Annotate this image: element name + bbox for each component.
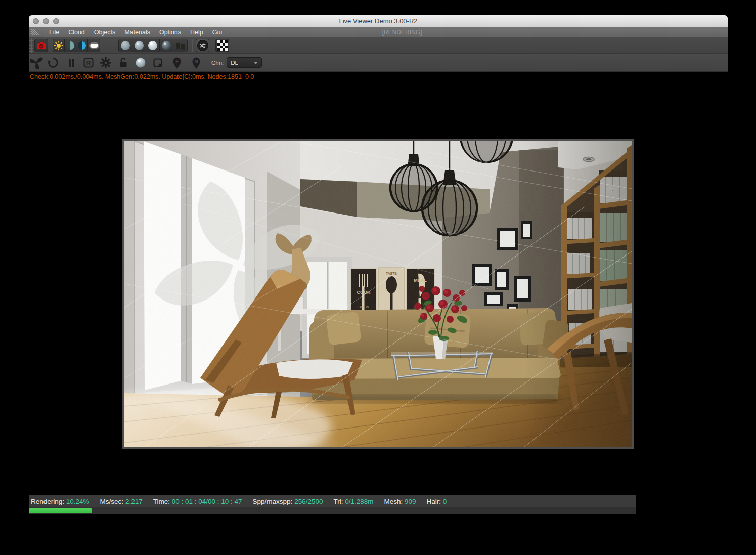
stat-spp: Spp/maxspp: 256/2500: [253, 498, 323, 505]
restart-button[interactable]: R: [82, 56, 95, 69]
material-group: [118, 39, 188, 52]
rendering-status: [RENDERING]: [382, 27, 422, 37]
restart-icon: R: [82, 57, 95, 69]
lock-icon: [117, 57, 129, 69]
material-specular-sphere-icon: [161, 40, 172, 51]
textures-button[interactable]: [173, 39, 187, 52]
region-render-button[interactable]: [151, 56, 164, 69]
render-statusbar: Rendering: 10.24% Ms/sec: 2.217 Time: 00…: [29, 495, 636, 507]
pause-button[interactable]: [65, 56, 78, 69]
checkerboard-icon: [217, 40, 228, 51]
material-matte-sphere-icon: [120, 40, 131, 51]
svg-text:R: R: [86, 59, 91, 66]
menu-help[interactable]: Help: [186, 29, 208, 36]
stat-time: Time: 00 : 01 : 04/00 : 10 : 47: [153, 498, 242, 505]
material-diffuse-button[interactable]: [132, 39, 146, 52]
exposure-pill-icon: [88, 40, 100, 51]
refresh-icon: [47, 57, 59, 69]
gear-icon: [99, 56, 112, 69]
sun-button[interactable]: [53, 39, 65, 52]
menu-objects[interactable]: Objects: [90, 29, 120, 36]
perf-stats: Check:0.002ms./0.004ms. MeshGen:0.022ms.…: [30, 73, 254, 80]
drag-handle-icon[interactable]: [31, 29, 39, 35]
material-picker-button[interactable]: M: [190, 56, 203, 69]
menu-options[interactable]: Options: [155, 29, 186, 36]
screen: Live Viewer Demo 3.00-R2 File Cloud Obje…: [0, 0, 756, 555]
region-icon: [152, 57, 164, 69]
material-matte-button[interactable]: [119, 39, 132, 52]
sphere-icon: [135, 57, 147, 69]
settings-button[interactable]: [99, 56, 112, 69]
octane-fan-icon: [30, 56, 43, 69]
contrast-blue-icon: [76, 40, 87, 51]
channel-value: DL: [231, 60, 238, 66]
exposure-button[interactable]: [88, 39, 100, 52]
pause-icon: [66, 57, 77, 69]
channel-label: Chn:: [211, 60, 224, 66]
chevron-down-icon: [254, 62, 258, 64]
textures-icon: [174, 40, 187, 51]
progress-fill: [29, 508, 92, 513]
material-specular-button[interactable]: [160, 39, 173, 52]
menubar: File Cloud Objects Materials Options Hel…: [29, 27, 728, 37]
titlebar[interactable]: Live Viewer Demo 3.00-R2: [29, 15, 728, 27]
menu-cloud[interactable]: Cloud: [64, 29, 90, 36]
window-title: Live Viewer Demo 3.00-R2: [29, 15, 728, 27]
toolbar-separator: [208, 55, 208, 70]
stat-mesh: Mesh: 909: [384, 498, 416, 505]
toolbar-row2: R: [29, 54, 728, 72]
stat-ms-sec: Ms/sec: 2.217: [100, 498, 143, 505]
material-preview-button[interactable]: [134, 56, 147, 69]
snapshot-button[interactable]: [34, 39, 48, 52]
render-grain: [124, 141, 632, 447]
menu-file[interactable]: File: [45, 29, 64, 36]
live-viewer-window: Live Viewer Demo 3.00-R2 File Cloud Obje…: [29, 15, 728, 72]
material-glossy-sphere-icon: [147, 40, 158, 51]
material-glossy-button[interactable]: [146, 39, 160, 52]
menu-gui[interactable]: Gui: [208, 29, 227, 36]
stat-hair: Hair: 0: [427, 498, 447, 505]
rendered-scene: COOK BREW TASTE PINCH MEAL SNACK: [124, 141, 632, 447]
display-group: [53, 39, 100, 52]
toolbar-row1: [29, 37, 728, 54]
camera-icon: [35, 39, 48, 52]
focus-picker-button[interactable]: F: [170, 56, 184, 69]
sun-icon: [53, 40, 64, 51]
octane-reset-button[interactable]: [30, 56, 43, 69]
pin-m-icon: M: [191, 56, 202, 69]
contrast-blue-button[interactable]: [76, 39, 88, 52]
material-diffuse-sphere-icon: [134, 40, 145, 51]
toolbar-separator: [192, 39, 193, 52]
checkerboard-button[interactable]: [215, 39, 229, 52]
toolbar-grip[interactable]: [29, 38, 33, 53]
render-viewport[interactable]: COOK BREW TASTE PINCH MEAL SNACK: [122, 139, 634, 449]
contrast-teal-button[interactable]: [65, 39, 76, 52]
channel-dropdown[interactable]: DL: [227, 57, 262, 68]
menu-materials[interactable]: Materials: [120, 29, 155, 36]
svg-text:M: M: [194, 59, 198, 64]
progress-track: [29, 507, 636, 514]
stat-tri: Tri: 0/1.288m: [333, 498, 373, 505]
refresh-button[interactable]: [47, 56, 60, 69]
stat-rendering: Rendering: 10.24%: [31, 498, 90, 505]
svg-text:F: F: [175, 59, 179, 64]
pin-f-icon: F: [171, 56, 183, 69]
contrast-teal-icon: [65, 40, 76, 51]
shuffle-icon: [197, 39, 209, 52]
lock-button[interactable]: [117, 56, 130, 69]
shuffle-button[interactable]: [196, 39, 209, 52]
